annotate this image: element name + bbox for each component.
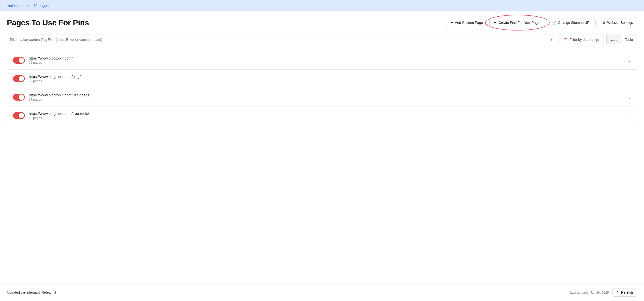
search-container: ➤ — [7, 34, 556, 45]
refetch-prompt: Updated the sitemap? Refetch it — [7, 290, 56, 294]
site-url-3: https://www.blogtopin.com/free-tools/ — [29, 111, 628, 116]
sparkle-icon: ✦ — [494, 21, 497, 25]
main-content: Pages To Use For Pins + Add Custom Page … — [0, 11, 644, 283]
site-pages-1: 32 pages — [29, 79, 628, 83]
site-item[interactable]: https://www.blogtopin.com/free-tools/ 13… — [7, 107, 637, 125]
gear-icon: ⚙ — [602, 21, 606, 25]
sites-list: https://www.blogtopin.com/ 76 pages ⌄ ht… — [7, 51, 637, 125]
site-url-1: https://www.blogtopin.com/blog/ — [29, 75, 628, 79]
filter-date-label: Filter by date range — [570, 38, 599, 42]
bottom-bar: Updated the sitemap? Refetch it Last upd… — [0, 283, 644, 301]
page-title: Pages To Use For Pins — [7, 18, 89, 27]
chevron-down-icon-3: ⌄ — [628, 113, 631, 118]
selection-banner: You've selected 72 pages — [0, 0, 644, 11]
document-icon: 📄 — [552, 21, 556, 25]
filter-date-button[interactable]: 📅 Filter by date range — [559, 34, 604, 45]
create-pins-label: Create Pins For New Pages — [498, 21, 541, 25]
search-input[interactable] — [10, 38, 550, 42]
site-info-1: https://www.blogtopin.com/blog/ 32 pages — [29, 75, 628, 83]
site-item[interactable]: https://www.blogtopin.com/blog/ 32 pages… — [7, 70, 637, 88]
site-toggle-0[interactable] — [13, 57, 25, 64]
refresh-icon: ↻ — [616, 290, 620, 294]
change-sitemap-label: Change Sitemap URL — [558, 21, 592, 25]
create-pins-button[interactable]: ✦ Create Pins For New Pages — [490, 18, 546, 27]
add-custom-page-button[interactable]: + Add Custom Page — [447, 18, 487, 27]
website-settings-button[interactable]: ⚙ Website Settings — [598, 18, 637, 27]
table-view-button[interactable]: Table — [621, 35, 637, 44]
chevron-down-icon-0: ⌄ — [628, 58, 631, 63]
site-toggle-3[interactable] — [13, 112, 25, 119]
add-custom-page-label: Add Custom Page — [455, 21, 483, 25]
site-pages-3: 13 pages — [29, 116, 628, 120]
chevron-down-icon-1: ⌄ — [628, 77, 631, 81]
site-url-2: https://www.blogtopin.com/use-cases/ — [29, 93, 628, 97]
page-header: Pages To Use For Pins + Add Custom Page … — [7, 18, 637, 27]
calendar-icon: 📅 — [564, 38, 568, 42]
site-item[interactable]: https://www.blogtopin.com/use-cases/ 27 … — [7, 88, 637, 107]
website-settings-label: Website Settings — [607, 21, 633, 25]
list-view-button[interactable]: List — [607, 35, 621, 44]
view-toggle: List Table — [606, 34, 637, 45]
site-info-2: https://www.blogtopin.com/use-cases/ 27 … — [29, 93, 628, 101]
chevron-down-icon-2: ⌄ — [628, 95, 631, 100]
send-icon[interactable]: ➤ — [550, 37, 553, 42]
selection-count-text: You've selected 72 pages — [7, 4, 49, 8]
site-toggle-1[interactable] — [13, 75, 25, 82]
change-sitemap-button[interactable]: 📄 Change Sitemap URL — [548, 18, 596, 27]
filter-bar: ➤ 📅 Filter by date range List Table — [7, 34, 637, 45]
refetch-right: Last updated: Jan 20, 2025 ↻ Refetch — [570, 288, 637, 296]
site-info-0: https://www.blogtopin.com/ 76 pages — [29, 56, 628, 65]
last-updated-text: Last updated: Jan 20, 2025 — [570, 291, 609, 294]
site-pages-0: 76 pages — [29, 61, 628, 65]
site-info-3: https://www.blogtopin.com/free-tools/ 13… — [29, 111, 628, 120]
site-url-0: https://www.blogtopin.com/ — [29, 56, 628, 60]
site-toggle-2[interactable] — [13, 94, 25, 101]
site-pages-2: 27 pages — [29, 98, 628, 101]
refetch-label: Refetch — [621, 290, 633, 294]
plus-icon: + — [451, 21, 453, 25]
header-actions: + Add Custom Page ✦ Create Pins For New … — [447, 18, 637, 27]
refetch-button[interactable]: ↻ Refetch — [612, 288, 637, 296]
site-item[interactable]: https://www.blogtopin.com/ 76 pages ⌄ — [7, 51, 637, 70]
